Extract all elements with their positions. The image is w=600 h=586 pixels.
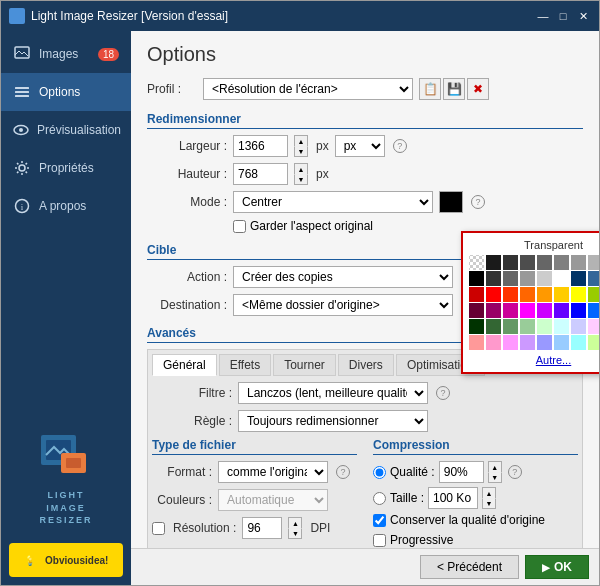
- profil-select[interactable]: <Résolution de l'écran>: [203, 78, 413, 100]
- color-cell[interactable]: [520, 335, 535, 350]
- color-cell[interactable]: [554, 287, 569, 302]
- color-cell[interactable]: [503, 255, 518, 270]
- size-down[interactable]: ▼: [482, 498, 496, 509]
- color-cell[interactable]: [503, 335, 518, 350]
- width-spinner[interactable]: ▲ ▼: [294, 135, 308, 157]
- sidebar-item-preview[interactable]: Prévisualisation: [1, 111, 131, 149]
- quality-spinner[interactable]: ▲ ▼: [488, 461, 502, 483]
- color-cell[interactable]: [486, 255, 501, 270]
- color-cell[interactable]: [537, 271, 552, 286]
- destination-select[interactable]: <Même dossier d'origine>: [233, 294, 453, 316]
- color-cell[interactable]: [588, 287, 599, 302]
- color-cell[interactable]: [571, 335, 586, 350]
- color-cell[interactable]: [588, 335, 599, 350]
- quality-up[interactable]: ▲: [488, 461, 502, 472]
- color-cell[interactable]: [588, 271, 599, 286]
- format-help-icon[interactable]: ?: [336, 465, 350, 479]
- color-cell[interactable]: [469, 319, 484, 334]
- color-cell[interactable]: [554, 319, 569, 334]
- height-input[interactable]: [233, 163, 288, 185]
- minimize-button[interactable]: —: [535, 8, 551, 24]
- width-up[interactable]: ▲: [294, 135, 308, 146]
- color-cell[interactable]: [469, 255, 484, 270]
- resolution-input[interactable]: [242, 517, 282, 539]
- size-spinner[interactable]: ▲ ▼: [482, 487, 496, 509]
- color-cell[interactable]: [469, 287, 484, 302]
- color-cell[interactable]: [486, 287, 501, 302]
- color-cell[interactable]: [469, 335, 484, 350]
- color-cell[interactable]: [537, 335, 552, 350]
- sidebar-item-options[interactable]: Options: [1, 73, 131, 111]
- color-cell[interactable]: [571, 271, 586, 286]
- color-cell[interactable]: [588, 319, 599, 334]
- color-cell[interactable]: [554, 303, 569, 318]
- brand-bottom[interactable]: 💡 Obviousidea!: [9, 543, 123, 577]
- width-unit-select[interactable]: px: [335, 135, 385, 157]
- color-cell[interactable]: [554, 335, 569, 350]
- cp-autre-button[interactable]: Autre...: [469, 354, 599, 366]
- color-cell[interactable]: [571, 319, 586, 334]
- sidebar-item-properties[interactable]: Propriétés: [1, 149, 131, 187]
- close-button[interactable]: ✕: [575, 8, 591, 24]
- color-cell[interactable]: [503, 319, 518, 334]
- mode-help-icon[interactable]: ?: [471, 195, 485, 209]
- resolution-spinner[interactable]: ▲ ▼: [288, 517, 302, 539]
- resolution-up[interactable]: ▲: [288, 517, 302, 528]
- color-cell[interactable]: [503, 303, 518, 318]
- color-cell[interactable]: [571, 287, 586, 302]
- progressive-checkbox[interactable]: [373, 534, 386, 547]
- quality-input[interactable]: [439, 461, 484, 483]
- resolution-down[interactable]: ▼: [288, 528, 302, 539]
- height-up[interactable]: ▲: [294, 163, 308, 174]
- format-select[interactable]: comme l'original: [218, 461, 328, 483]
- color-cell[interactable]: [554, 271, 569, 286]
- mode-select[interactable]: Centrer: [233, 191, 433, 213]
- color-cell[interactable]: [486, 319, 501, 334]
- color-cell[interactable]: [588, 303, 599, 318]
- quality-radio[interactable]: [373, 466, 386, 479]
- color-cell[interactable]: [520, 287, 535, 302]
- color-cell[interactable]: [537, 303, 552, 318]
- filter-select[interactable]: Lanczos (lent, meilleure qualité): [238, 382, 428, 404]
- size-up[interactable]: ▲: [482, 487, 496, 498]
- tab-tourner[interactable]: Tourner: [273, 354, 336, 376]
- width-down[interactable]: ▼: [294, 146, 308, 157]
- height-spinner[interactable]: ▲ ▼: [294, 163, 308, 185]
- color-cell[interactable]: [520, 271, 535, 286]
- color-cell[interactable]: [537, 319, 552, 334]
- tab-divers[interactable]: Divers: [338, 354, 394, 376]
- tab-effets[interactable]: Effets: [219, 354, 271, 376]
- color-select[interactable]: Automatique: [218, 489, 328, 511]
- height-down[interactable]: ▼: [294, 174, 308, 185]
- preserve-quality-checkbox[interactable]: [373, 514, 386, 527]
- prev-button[interactable]: < Précédent: [420, 555, 519, 579]
- quality-help-icon[interactable]: ?: [508, 465, 522, 479]
- profil-save-button[interactable]: 💾: [443, 78, 465, 100]
- filter-help-icon[interactable]: ?: [436, 386, 450, 400]
- resolution-checkbox[interactable]: [152, 522, 165, 535]
- color-cell[interactable]: [537, 255, 552, 270]
- size-input[interactable]: [428, 487, 478, 509]
- quality-down[interactable]: ▼: [488, 472, 502, 483]
- color-cell[interactable]: [537, 287, 552, 302]
- background-color-swatch[interactable]: [439, 191, 463, 213]
- color-cell[interactable]: [520, 255, 535, 270]
- color-cell[interactable]: [486, 335, 501, 350]
- sidebar-item-images[interactable]: Images 18: [1, 35, 131, 73]
- keep-aspect-checkbox[interactable]: [233, 220, 246, 233]
- color-cell[interactable]: [486, 271, 501, 286]
- color-cell[interactable]: [486, 303, 501, 318]
- color-cell[interactable]: [503, 271, 518, 286]
- profil-delete-button[interactable]: ✖: [467, 78, 489, 100]
- color-cell[interactable]: [503, 287, 518, 302]
- sidebar-item-about[interactable]: i A propos: [1, 187, 131, 225]
- color-cell[interactable]: [571, 255, 586, 270]
- color-cell[interactable]: [520, 303, 535, 318]
- width-help-icon[interactable]: ?: [393, 139, 407, 153]
- color-cell[interactable]: [571, 303, 586, 318]
- color-cell[interactable]: [588, 255, 599, 270]
- ok-button[interactable]: ▶ OK: [525, 555, 589, 579]
- maximize-button[interactable]: □: [555, 8, 571, 24]
- tab-general[interactable]: Général: [152, 354, 217, 376]
- color-cell[interactable]: [554, 255, 569, 270]
